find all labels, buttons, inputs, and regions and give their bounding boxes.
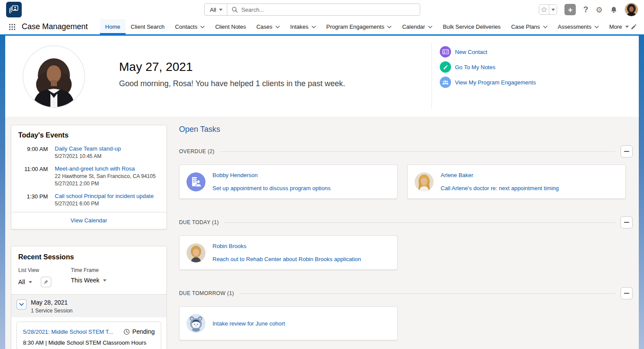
astro-mascot-icon <box>186 314 206 333</box>
event-time: 9:00 AM <box>18 145 48 159</box>
empty-grid-cell <box>407 235 626 270</box>
task-card: Robin Brooks Reach out to Rehab Center a… <box>179 235 398 270</box>
event-row: 9:00 AM Daily Case Team stand-up 5/27/20… <box>18 145 159 159</box>
tab-contacts[interactable]: Contacts <box>170 19 210 34</box>
waffle-icon <box>9 23 16 30</box>
collapse-section-button[interactable] <box>621 145 633 158</box>
event-link[interactable]: Call school Principal for incident updat… <box>55 193 154 199</box>
task-card: Intake review for June cohort <box>179 306 398 340</box>
session-link[interactable]: 5/28/2021: Middle School STEM T... <box>23 329 113 335</box>
session-status: Pending <box>123 328 155 335</box>
setup-gear-button[interactable]: ⚙ <box>596 5 603 14</box>
favorite-star-button[interactable] <box>539 5 549 14</box>
stacked-cards-icon <box>9 4 19 15</box>
empty-grid-cell <box>407 306 626 340</box>
astro-avatar <box>186 314 206 333</box>
app-launcher-button[interactable] <box>0 19 22 34</box>
session-time-line: 8:30 AM | Middle School STEM Classroom H… <box>23 339 155 346</box>
task-card: Bobby Henderson Set up appointment to di… <box>179 164 398 199</box>
chevron-down-icon <box>428 26 432 28</box>
edit-nav-pencil-button[interactable] <box>631 19 637 34</box>
notifications-bell-button[interactable] <box>610 6 617 13</box>
divider <box>220 151 615 152</box>
task-subject-link[interactable]: Reach out to Rehab Center about Robin Br… <box>212 256 361 262</box>
user-avatar[interactable] <box>625 3 638 16</box>
header-utilities: + ? ⚙ <box>539 0 638 19</box>
caret-down-icon <box>29 281 32 283</box>
nav-tabs: Home Client Search Contacts Client Notes… <box>100 19 634 34</box>
list-view-field: List View All <box>18 267 71 287</box>
hero-divider <box>432 43 432 109</box>
tab-more[interactable]: More <box>604 19 634 34</box>
collapse-section-button[interactable] <box>621 287 633 299</box>
minus-icon <box>624 222 629 223</box>
pin-list-view-button[interactable] <box>41 277 51 287</box>
task-contact-link[interactable]: Arlene Baker <box>441 172 559 178</box>
collapse-section-button[interactable] <box>621 216 633 228</box>
chevron-down-icon <box>219 9 222 11</box>
favorites-button-group <box>539 4 557 15</box>
task-contact-link[interactable]: Robin Brooks <box>212 243 361 249</box>
overdue-label: OVERDUE (2) <box>179 148 215 154</box>
due-today-label: DUE TODAY (1) <box>179 219 219 225</box>
task-subject-link[interactable]: Set up appointment to discuss program op… <box>212 185 331 191</box>
event-location: 22 Hawthorne St, San Francisco, CA 94105 <box>55 173 156 179</box>
search-box <box>227 4 420 15</box>
search-input[interactable] <box>241 7 415 13</box>
divider <box>239 293 615 294</box>
tab-client-search[interactable]: Client Search <box>126 19 170 34</box>
event-time: 1:30 PM <box>18 193 48 207</box>
list-view-select[interactable]: All <box>18 279 32 285</box>
contact-photo <box>415 172 434 191</box>
app-name: Case Management <box>22 19 100 34</box>
favorites-dropdown-button[interactable] <box>549 5 557 14</box>
session-card: 5/28/2021: Middle School STEM T... Pendi… <box>17 322 161 349</box>
view-calendar-link[interactable]: View Calendar <box>70 217 107 224</box>
go-to-my-notes-label: Go To My Notes <box>455 64 495 70</box>
tab-cases[interactable]: Cases <box>251 19 285 34</box>
time-frame-select[interactable]: This Week <box>71 277 106 284</box>
tab-bulk-service-deliveries[interactable]: Bulk Service Deliveries <box>438 19 506 34</box>
contact-photo-avatar <box>415 172 434 191</box>
tab-home[interactable]: Home <box>100 19 126 34</box>
event-link[interactable]: Meet-and-greet lunch with Rosa <box>55 165 156 172</box>
page-content: May 27, 2021 Good morning, Rosa! You hav… <box>5 36 639 349</box>
tab-case-plans[interactable]: Case Plans <box>506 19 552 34</box>
welcome-text: May 27, 2021 Good morning, Rosa! You hav… <box>119 60 345 88</box>
account-avatar <box>186 172 206 191</box>
task-subject-link[interactable]: Intake review for June cohort <box>212 320 285 327</box>
group-icon <box>440 77 451 88</box>
contact-photo-avatar <box>186 243 206 262</box>
event-link[interactable]: Daily Case Team stand-up <box>55 145 121 152</box>
tab-assessments[interactable]: Assessments <box>553 19 604 34</box>
tab-calendar[interactable]: Calendar <box>397 19 438 34</box>
chevron-down-icon <box>594 26 599 28</box>
task-subject-link[interactable]: Call Arlene's doctor re: next appointmen… <box>441 185 559 191</box>
left-column: Today's Events 9:00 AM Daily Case Team s… <box>11 125 167 349</box>
due-today-section: DUE TODAY (1) <box>179 216 633 270</box>
minus-icon <box>624 293 629 294</box>
help-button[interactable]: ? <box>583 5 588 14</box>
event-row: 1:30 PM Call school Principal for incide… <box>18 193 159 207</box>
tab-intakes[interactable]: Intakes <box>285 19 321 34</box>
tab-program-engagements[interactable]: Program Engagements <box>321 19 397 34</box>
user-photo <box>625 3 638 16</box>
tab-client-notes[interactable]: Client Notes <box>210 19 251 34</box>
task-contact-link[interactable]: Bobby Henderson <box>212 172 331 178</box>
bell-icon <box>610 6 617 13</box>
search-scope-selector[interactable]: All <box>205 4 227 15</box>
new-contact-action[interactable]: New Contact <box>440 46 536 57</box>
current-date: May 27, 2021 <box>119 60 345 74</box>
time-frame-label: Time Frame <box>71 267 106 273</box>
session-group-date: May 28, 2021 <box>31 299 73 306</box>
event-row: 11:00 AM Meet-and-greet lunch with Rosa … <box>18 165 159 187</box>
collapse-group-button[interactable] <box>17 299 27 309</box>
go-to-my-notes-action[interactable]: Go To My Notes <box>440 61 536 73</box>
event-datetime: 5/27/2021 10:45 AM <box>55 153 121 159</box>
page: All + <box>0 0 644 349</box>
chevron-down-icon <box>276 26 280 28</box>
global-actions-button[interactable]: + <box>564 4 576 15</box>
app-logo-icon[interactable] <box>6 2 22 17</box>
event-time: 11:00 AM <box>18 165 48 187</box>
view-program-engagements-action[interactable]: View My Program Engagements <box>440 77 536 88</box>
